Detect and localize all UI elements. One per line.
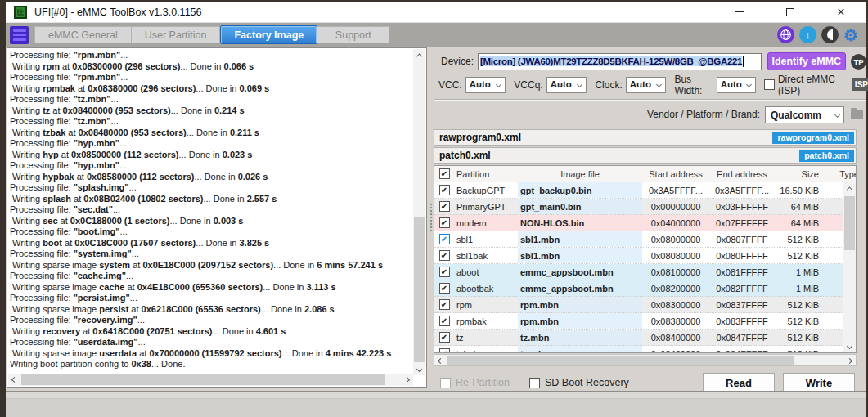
tab-factory-image[interactable]: Factory Image	[220, 25, 317, 44]
tab-emmc-general[interactable]: eMMC General	[34, 26, 132, 43]
table-row[interactable]: ✔abootbakemmc_appsboot.mbn0x082000000x08…	[434, 280, 857, 297]
tab-bar: eMMC General User Partition Factory Imag…	[34, 26, 389, 43]
bus-width-select[interactable]: Auto	[717, 77, 756, 93]
download-icon[interactable]: ↓	[799, 26, 816, 43]
log-line: Writing sparse image userdata at 0x70000…	[10, 348, 412, 360]
chevron-down-icon	[496, 81, 501, 87]
table-row[interactable]: ✔tzbaktz.mbn0x084800000x084FFFFF512 KiB	[434, 346, 857, 353]
identify-emmc-button[interactable]: Identify eMMC	[767, 52, 847, 70]
re-partition-checkbox-group: ✔ Re-Partition	[440, 377, 510, 388]
factory-image-panel: Device: [Micron] (JWA60)MT29TZZZ8D5BKFAH…	[434, 47, 866, 390]
minimize-icon	[735, 11, 744, 13]
col-partition[interactable]: Partition	[454, 166, 518, 182]
log-panel[interactable]: Processing file: "rpm.mbn"... Writing rp…	[7, 47, 427, 388]
row-checkbox[interactable]: ✔	[439, 299, 450, 310]
scroll-up-icon[interactable]	[413, 49, 425, 61]
row-checkbox[interactable]: ✔	[439, 283, 450, 294]
table-row[interactable]: ✔modemNON-HLOS.bin0x040000000x07FFFFFF64…	[434, 215, 857, 231]
log-line: Writing sparse image cache at 0x4E18C000…	[10, 282, 412, 294]
log-line: Writing splash at 0x08B02400 (10802 sect…	[10, 194, 412, 205]
scroll-down-icon[interactable]	[843, 340, 856, 352]
col-end-address[interactable]: End address	[709, 166, 775, 182]
network-globe-icon[interactable]	[777, 26, 794, 43]
table-row[interactable]: ✔rpmbakrpm.mbn0x083800000x083FFFFF512 Ki…	[434, 313, 857, 330]
scroll-thumb[interactable]	[21, 374, 385, 385]
tab-user-partition[interactable]: User Partition	[132, 26, 221, 43]
hamburger-icon	[13, 29, 26, 32]
scroll-down-icon[interactable]	[413, 363, 425, 375]
log-line: Writing sparse image system at 0x0E18C00…	[10, 260, 412, 271]
scroll-left-icon[interactable]	[434, 355, 447, 367]
scroll-thumb[interactable]	[844, 196, 855, 250]
clock-select[interactable]: Auto	[626, 77, 667, 93]
row-checkbox[interactable]: ✔	[439, 201, 450, 212]
scroll-thumb[interactable]	[414, 217, 425, 362]
contrast-icon[interactable]	[821, 26, 839, 43]
sd-boot-recovery-checkbox[interactable]: ✔	[529, 378, 540, 388]
vendor-select[interactable]: Qualcomm	[765, 106, 844, 123]
row-checkbox[interactable]: ✔	[439, 217, 450, 228]
clock-label: Clock:	[595, 79, 622, 91]
title-bar: UFI[#0] - eMMC ToolBox v1.3.0.1156 ×	[6, 2, 866, 23]
log-line: Writing recovery at 0x6418C000 (20751 se…	[10, 326, 412, 338]
log-horizontal-scrollbar[interactable]	[8, 374, 413, 386]
table-vertical-scrollbar[interactable]	[843, 182, 856, 352]
write-button[interactable]: Write	[783, 373, 855, 393]
maximize-button[interactable]	[765, 2, 816, 22]
vendor-label: Vendor / Platform / Brand:	[647, 109, 760, 120]
table-row[interactable]: ✔sbl1sbl1.mbn0x080000000x0807FFFF512 KiB	[434, 231, 857, 248]
re-partition-checkbox: ✔	[440, 378, 451, 388]
panel-splitter[interactable]	[428, 47, 434, 388]
direct-emmc-label: Direct eMMC (ISP)	[778, 74, 845, 96]
vccq-select[interactable]: Auto	[546, 77, 587, 93]
folder-icon[interactable]	[851, 110, 863, 119]
select-all-checkbox[interactable]: ✔	[439, 168, 450, 179]
scroll-up-icon[interactable]	[843, 182, 856, 195]
vcc-label: VCC:	[438, 79, 462, 91]
col-type[interactable]: Type	[825, 166, 857, 182]
row-checkbox[interactable]: ✔	[439, 332, 450, 343]
col-size[interactable]: Size	[775, 166, 825, 182]
table-row[interactable]: ✔abootemmc_appsboot.mbn0x081000000x081FF…	[434, 264, 857, 280]
read-button[interactable]: Read	[703, 373, 775, 393]
col-start-address[interactable]: Start address	[642, 166, 709, 182]
menu-button[interactable]	[10, 26, 29, 44]
row-checkbox[interactable]: ✔	[439, 348, 450, 353]
table-row[interactable]: ✔PrimaryGPTgpt_main0.bin0x000000000x03FF…	[434, 199, 857, 215]
table-row[interactable]: ✔BackupGPTgpt_backup0.bin0x3A5FFFF...0x3…	[434, 182, 857, 199]
close-button[interactable]: ×	[816, 2, 866, 22]
table-row[interactable]: ✔tztz.mbn0x084000000x0847FFFF512 KiB	[434, 330, 857, 346]
direct-emmc-checkbox[interactable]: ✔	[764, 79, 775, 90]
log-vertical-scrollbar[interactable]	[413, 49, 425, 375]
rawprogram-xml-bar[interactable]: rawprogram0.xml rawprogram0.xml	[434, 129, 857, 146]
row-checkbox[interactable]: ✔	[439, 234, 450, 244]
tab-support[interactable]: Support	[317, 26, 389, 43]
log-line: Processing file: "tz.mbn"...	[10, 116, 412, 128]
row-checkbox[interactable]: ✔	[439, 185, 450, 195]
table-row[interactable]: ✔sbl1baksbl1.mbn0x080800000x080FFFFF512 …	[434, 248, 857, 264]
log-line: Processing file: "rpm.mbn"...	[10, 50, 412, 61]
col-image-file[interactable]: Image file	[518, 166, 642, 182]
table-horizontal-scrollbar[interactable]	[434, 354, 857, 366]
text-caret	[743, 56, 744, 67]
scroll-left-icon[interactable]	[8, 374, 20, 386]
log-line: Processing file: "boot.img"...	[10, 226, 412, 238]
scroll-thumb[interactable]	[447, 356, 794, 365]
log-line: Processing file: "splash.img"...	[10, 182, 412, 194]
vccq-label: VCCq:	[514, 79, 542, 91]
settings-gear-icon[interactable]: ⚙	[843, 27, 858, 43]
patch-xml-bar[interactable]: patch0.xml patch0.xml	[434, 147, 857, 164]
vcc-select[interactable]: Auto	[465, 77, 506, 93]
row-checkbox[interactable]: ✔	[439, 250, 450, 261]
row-checkbox[interactable]: ✔	[439, 267, 450, 277]
device-input[interactable]: [Micron] (JWA60)MT29TZZZ8D5BKFAH-125W/8G…	[478, 53, 761, 70]
scroll-right-icon[interactable]	[401, 374, 413, 386]
table-row[interactable]: ✔rpmrpm.mbn0x083000000x0837FFFF512 KiB	[434, 297, 857, 313]
log-line: Processing file: "system.img"...	[10, 249, 412, 260]
chevron-down-icon	[656, 81, 662, 87]
minimize-button[interactable]	[714, 2, 765, 22]
row-checkbox[interactable]: ✔	[439, 316, 450, 326]
log-line: Processing file: "persist.img"...	[10, 293, 412, 304]
scroll-right-icon[interactable]	[843, 355, 856, 367]
log-line: Processing file: "cache.img"...	[10, 271, 412, 282]
